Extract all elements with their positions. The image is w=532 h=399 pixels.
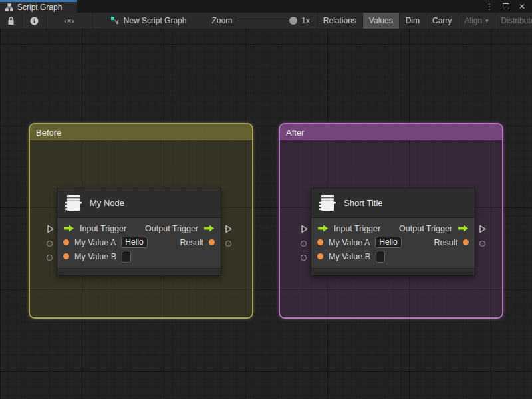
flow-arrow-icon[interactable] [203, 225, 215, 232]
flow-arrow-icon[interactable] [317, 225, 329, 232]
result-label: Result [434, 238, 458, 247]
value-port-icon[interactable] [317, 239, 323, 245]
value-a-label: My Value A [74, 238, 116, 247]
output-trigger-label: Output Trigger [399, 224, 452, 233]
value-b-port-icon[interactable] [301, 255, 307, 261]
input-trigger-port-icon[interactable] [301, 225, 309, 233]
zoom-label: Zoom [211, 16, 232, 25]
port-row-value-a: My Value A Hello Result [311, 235, 475, 249]
node-footer [57, 268, 221, 275]
zoom-slider-thumb[interactable] [289, 17, 297, 25]
node-my-node-header[interactable]: My Node [57, 188, 221, 218]
relations-button[interactable]: Relations [317, 13, 363, 29]
port-row-triggers: Input Trigger Output Trigger [311, 221, 475, 235]
node-short-title-header[interactable]: Short Title [311, 188, 475, 218]
value-b-label: My Value B [74, 252, 116, 261]
graph-icon [110, 16, 120, 25]
lock-button[interactable] [0, 13, 23, 29]
result-port-icon[interactable] [225, 241, 231, 247]
value-port-icon[interactable] [63, 253, 69, 259]
value-a-input[interactable]: Hello [375, 237, 401, 248]
zoom-slider[interactable] [237, 21, 296, 21]
dim-label: Dim [406, 16, 420, 25]
node-title: Short Title [344, 198, 383, 208]
carry-label: Carry [432, 16, 452, 25]
distribute-label: Distribute [501, 16, 532, 25]
value-b-input[interactable] [122, 251, 131, 263]
value-port-icon[interactable] [63, 239, 69, 245]
value-a-label: My Value A [329, 238, 370, 247]
node-my-node-body: Input Trigger Output Trigger My Value A … [57, 218, 221, 266]
zoom-control: Zoom 1x [205, 13, 317, 29]
script-graph-window: Script Graph ⋮ ✕ ‹×› New Script Gra [0, 0, 532, 399]
output-trigger-port-icon[interactable] [225, 225, 233, 233]
port-row-value-b: My Value B [311, 249, 475, 263]
output-trigger-port-icon[interactable] [479, 225, 487, 233]
input-trigger-label: Input Trigger [334, 224, 380, 233]
value-port-icon[interactable] [317, 253, 323, 259]
toolbar-right-group: Relations Values Dim Carry Align▾ Distri… [317, 13, 532, 29]
flow-arrow-icon[interactable] [63, 225, 74, 232]
node-short-title[interactable]: Short Title Input Trigger Output Trigger [311, 188, 475, 276]
value-b-label: My Value B [329, 252, 370, 261]
result-label: Result [180, 238, 203, 247]
group-after-header[interactable]: After [280, 124, 502, 140]
window-menu-icon[interactable]: ⋮ [485, 2, 493, 11]
group-before-label: Before [36, 128, 61, 138]
align-dropdown[interactable]: Align▾ [458, 13, 495, 29]
flow-arrow-icon[interactable] [458, 225, 469, 232]
info-icon [30, 17, 39, 25]
code-icon: ‹×› [64, 17, 75, 25]
hierarchy-icon [5, 3, 13, 11]
value-port-icon[interactable] [463, 239, 469, 245]
tab-script-graph[interactable]: Script Graph [0, 0, 77, 13]
value-port-icon[interactable] [209, 239, 215, 245]
output-trigger-label: Output Trigger [145, 224, 198, 233]
values-button[interactable]: Values [363, 13, 400, 29]
clear-errors-button[interactable]: ‹×› [47, 13, 93, 29]
align-label: Align [464, 16, 482, 25]
node-title: My Node [90, 198, 124, 208]
value-a-input[interactable]: Hello [121, 237, 147, 248]
lock-icon [7, 17, 15, 25]
value-a-port-icon[interactable] [301, 241, 307, 247]
result-port-icon[interactable] [479, 241, 485, 247]
value-b-input[interactable] [376, 251, 385, 263]
maximize-icon[interactable] [503, 3, 509, 9]
unit-icon [65, 194, 82, 212]
value-a-port-icon[interactable] [47, 241, 53, 247]
relations-label: Relations [323, 16, 356, 25]
distribute-dropdown[interactable]: Distribute▾ [495, 13, 532, 29]
group-after-label: After [286, 128, 304, 138]
input-trigger-label: Input Trigger [80, 224, 126, 233]
node-my-node[interactable]: My Node Input Trigger Output Trigger [57, 188, 221, 276]
new-script-graph-button[interactable]: New Script Graph [102, 13, 195, 29]
input-trigger-port-icon[interactable] [47, 225, 55, 233]
close-icon[interactable]: ✕ [519, 2, 525, 11]
info-button[interactable] [23, 13, 47, 29]
port-row-triggers: Input Trigger Output Trigger [57, 221, 221, 235]
carry-button[interactable]: Carry [426, 13, 458, 29]
group-before-header[interactable]: Before [30, 124, 252, 140]
value-b-port-icon[interactable] [47, 255, 53, 261]
port-row-value-a: My Value A Hello Result [57, 235, 221, 249]
values-label: Values [369, 16, 393, 25]
graph-canvas[interactable]: Before After My Node [0, 29, 532, 399]
tabbar-spacer [77, 0, 485, 13]
tab-title: Script Graph [17, 3, 62, 12]
node-footer [311, 268, 475, 275]
window-controls: ⋮ ✕ [485, 0, 532, 13]
node-short-title-body: Input Trigger Output Trigger My Value A … [311, 218, 475, 266]
tab-bar: Script Graph ⋮ ✕ [0, 0, 532, 13]
new-script-graph-label: New Script Graph [124, 16, 187, 25]
dim-button[interactable]: Dim [400, 13, 426, 29]
chevron-down-icon: ▾ [485, 17, 489, 24]
unit-icon [319, 194, 336, 212]
graph-toolbar: ‹×› New Script Graph Zoom 1x Relations V… [0, 13, 532, 29]
zoom-value: 1x [301, 16, 310, 25]
port-row-value-b: My Value B [57, 249, 221, 263]
